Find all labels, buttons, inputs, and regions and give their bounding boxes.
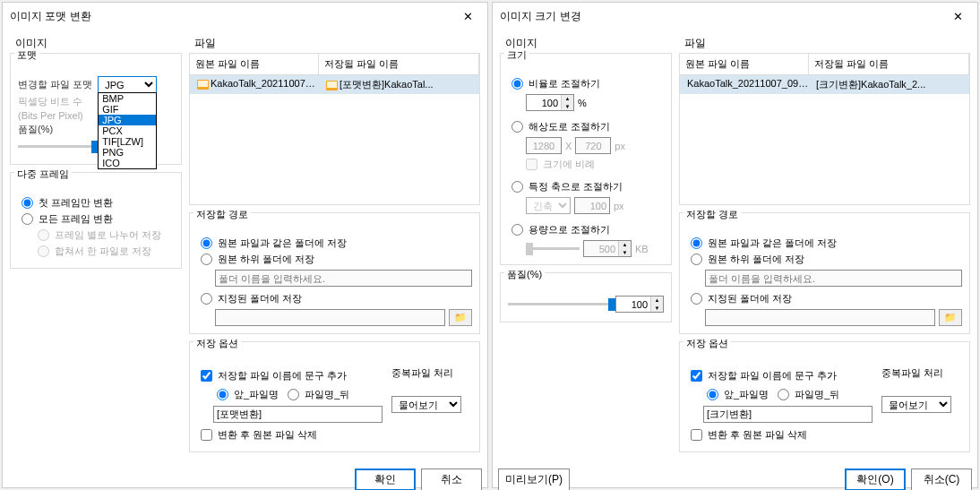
quality-input[interactable]	[616, 297, 650, 312]
format-opt-jpg[interactable]: JPG	[99, 115, 156, 125]
quality-slider[interactable]	[508, 303, 610, 305]
suffix-label: 파일명_뒤	[305, 388, 349, 401]
same-folder-radio[interactable]	[201, 237, 212, 249]
bpp-label1: 픽셀당 비트 수	[18, 95, 82, 108]
custom-folder-radio[interactable]	[201, 293, 212, 305]
suffix-radio[interactable]	[288, 389, 299, 400]
by-axis-radio[interactable]	[511, 181, 523, 193]
format-opt-png[interactable]: PNG	[99, 147, 156, 158]
dup-select[interactable]: 물어보기	[391, 396, 461, 413]
ok-button[interactable]: 확인(O)	[845, 469, 906, 490]
dup-select[interactable]: 물어보기	[881, 396, 951, 413]
file-row[interactable]: KakaoTalk_20211007_... [포맷변환]KakaoTal...	[190, 75, 479, 94]
append-value-input[interactable]	[213, 406, 383, 423]
delete-after-check[interactable]	[201, 429, 212, 441]
quality-label: 품질(%)	[18, 123, 53, 136]
same-folder-radio[interactable]	[691, 237, 702, 249]
save-option-group: 저장 옵션 저장할 파일 이름에 문구 추가 앞_파일명 파일명_뒤 중복파일 …	[189, 341, 480, 452]
spin-up-icon[interactable]: ▲	[561, 95, 573, 103]
cancel-button[interactable]: 취소(C)	[911, 469, 972, 490]
save-option-group: 저장 옵션 저장할 파일 이름에 문구 추가 앞_파일명 파일명_뒤 중복파일 …	[679, 341, 970, 452]
suffix-radio[interactable]	[778, 389, 789, 400]
dialog-title: 이미지 크기 변경	[500, 9, 581, 24]
format-opt-bmp[interactable]: BMP	[99, 93, 156, 104]
merge-save-radio	[38, 245, 49, 257]
col-src[interactable]: 원본 파일 이름	[190, 54, 319, 74]
size-unit: KB	[635, 244, 649, 254]
prefix-label: 앞_파일명	[234, 388, 279, 401]
custom-folder-radio[interactable]	[691, 293, 702, 305]
close-icon[interactable]: ✕	[946, 8, 970, 25]
change-format-label: 변경할 파일 포맷	[18, 78, 92, 91]
format-dropdown[interactable]: BMP GIF JPG PCX TIF[LZW] PNG ICO	[98, 92, 157, 169]
sub-folder-label: 원본 하위 폴더에 저장	[218, 253, 314, 266]
spin-down-icon[interactable]: ▼	[561, 103, 573, 111]
ratio-input[interactable]	[527, 95, 561, 110]
size-kb-input	[584, 241, 618, 256]
format-opt-gif[interactable]: GIF	[99, 104, 156, 115]
by-ratio-label: 비율로 조절하기	[529, 77, 600, 90]
svg-rect-3	[327, 82, 337, 88]
titlebar: 이미지 포맷 변환 ✕	[3, 3, 487, 30]
append-text-check[interactable]	[201, 370, 212, 382]
sub-folder-input	[705, 270, 962, 287]
file-list[interactable]: 원본 파일 이름 저장될 파일 이름 KakaoTalk_20211007_..…	[189, 53, 480, 205]
custom-folder-label: 지정된 폴더에 저장	[708, 292, 792, 305]
col-dst[interactable]: 저장될 파일 이름	[809, 54, 969, 74]
spin-down-icon[interactable]: ▼	[650, 305, 663, 313]
res-h-input	[575, 137, 611, 154]
cancel-button[interactable]: 취소	[421, 469, 482, 490]
axis-px-input	[574, 197, 610, 214]
by-resolution-radio[interactable]	[511, 121, 523, 133]
delete-after-label: 변환 후 원본 파일 삭제	[708, 428, 807, 442]
format-select[interactable]: JPG	[98, 76, 157, 93]
by-resolution-label: 해상도로 조절하기	[529, 120, 610, 133]
by-ratio-radio[interactable]	[511, 78, 523, 90]
prefix-radio[interactable]	[217, 389, 228, 400]
ratio-spinbox[interactable]: ▲▼	[526, 94, 574, 111]
file-row[interactable]: KakaoTalk_20211007_094... [크기변환]KakaoTal…	[680, 75, 969, 94]
prefix-label: 앞_파일명	[724, 388, 769, 401]
file-header: 원본 파일 이름 저장될 파일 이름	[190, 54, 479, 75]
col-src[interactable]: 원본 파일 이름	[680, 54, 809, 74]
format-opt-tif[interactable]: TIF[LZW]	[99, 136, 156, 147]
same-folder-label: 원본 파일과 같은 폴더에 저장	[708, 236, 837, 250]
format-combo[interactable]: JPG BMP GIF JPG PCX TIF[LZW] PNG ICO	[98, 76, 157, 93]
res-unit: px	[615, 141, 625, 151]
delete-after-check[interactable]	[691, 429, 702, 441]
sub-folder-radio[interactable]	[201, 254, 212, 265]
preview-button[interactable]: 미리보기(P)	[498, 469, 570, 490]
close-icon[interactable]: ✕	[456, 8, 480, 25]
spin-up-icon: ▲	[618, 241, 631, 249]
append-value-input[interactable]	[703, 406, 873, 423]
delete-after-label: 변환 후 원본 파일 삭제	[218, 428, 317, 442]
merge-save-label: 합쳐서 한 파일로 저장	[55, 245, 151, 258]
quality-slider[interactable]	[18, 145, 99, 148]
size-group-title: 크기	[504, 48, 529, 62]
custom-folder-label: 지정된 폴더에 저장	[218, 292, 302, 305]
src-filename: KakaoTalk_20211007_...	[211, 78, 319, 89]
ok-button[interactable]: 확인	[355, 469, 416, 490]
suffix-label: 파일명_뒤	[795, 388, 839, 401]
browse-folder-button: 📁	[939, 309, 962, 326]
file-list[interactable]: 원본 파일 이름 저장될 파일 이름 KakaoTalk_20211007_09…	[679, 53, 970, 205]
quality-group: 품질(%) ▲▼	[500, 272, 672, 322]
multiframe-group: 다중 프레임 첫 프레임만 변환 모든 프레임 변환 프레임 별로 나누어 저장…	[10, 172, 182, 269]
by-size-radio[interactable]	[511, 224, 523, 236]
format-opt-pcx[interactable]: PCX	[99, 125, 156, 136]
col-dst[interactable]: 저장될 파일 이름	[319, 54, 479, 74]
file-header: 원본 파일 이름 저장될 파일 이름	[680, 54, 969, 75]
sub-folder-radio[interactable]	[691, 254, 702, 265]
quality-spinbox[interactable]: ▲▼	[615, 296, 664, 313]
folder-icon: 📁	[454, 312, 467, 323]
same-folder-label: 원본 파일과 같은 폴더에 저장	[218, 236, 347, 250]
size-slider	[526, 247, 580, 250]
prefix-radio[interactable]	[707, 389, 718, 400]
all-frames-radio[interactable]	[21, 213, 33, 225]
append-text-check[interactable]	[691, 370, 702, 382]
browse-folder-button: 📁	[449, 309, 472, 326]
first-frame-radio[interactable]	[21, 197, 33, 209]
format-opt-ico[interactable]: ICO	[99, 158, 156, 168]
svg-rect-1	[198, 81, 208, 87]
spin-up-icon[interactable]: ▲	[650, 297, 663, 305]
